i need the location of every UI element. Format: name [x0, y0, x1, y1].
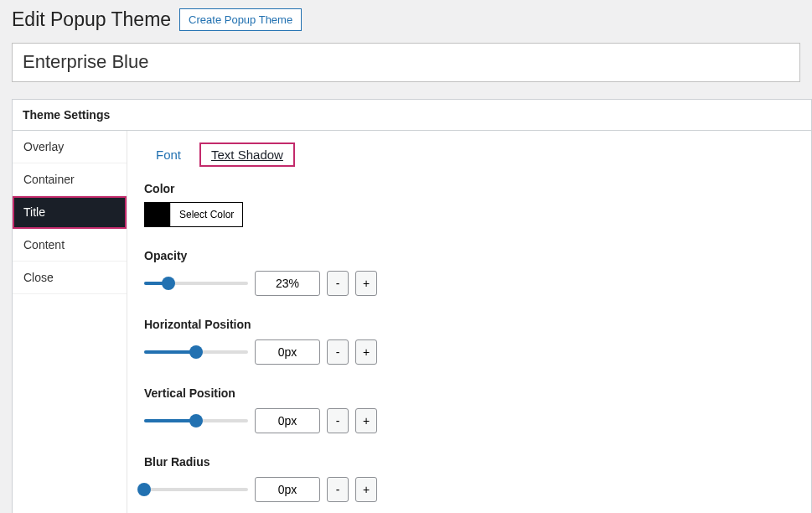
slider-track[interactable]: [144, 276, 248, 291]
color-picker[interactable]: Select Color: [144, 202, 243, 227]
slider-value-input[interactable]: [255, 271, 320, 296]
slider-track[interactable]: [144, 482, 248, 497]
decrement-button[interactable]: -: [327, 271, 349, 296]
tab-font[interactable]: Font: [144, 142, 193, 167]
color-label: Color: [144, 182, 794, 195]
increment-button[interactable]: +: [355, 477, 377, 502]
decrement-button[interactable]: -: [327, 408, 349, 433]
slider-label: Opacity: [144, 249, 794, 262]
panel-heading: Theme Settings: [13, 100, 811, 131]
slider-label: Blur Radius: [144, 455, 794, 469]
slider-label: Horizontal Position: [144, 318, 794, 331]
sidebar-item-content[interactable]: Content: [13, 229, 127, 262]
tab-text-shadow[interactable]: Text Shadow: [199, 142, 295, 167]
slider-value-input[interactable]: [255, 339, 320, 365]
increment-button[interactable]: +: [355, 408, 377, 433]
settings-tabs: FontText Shadow: [144, 142, 794, 167]
slider-track[interactable]: [144, 345, 248, 360]
sidebar-item-title[interactable]: Title: [13, 196, 127, 229]
slider-value-input[interactable]: [255, 408, 320, 433]
decrement-button[interactable]: -: [327, 477, 349, 502]
sidebar-item-container[interactable]: Container: [13, 163, 127, 196]
increment-button[interactable]: +: [355, 271, 377, 296]
select-color-button[interactable]: Select Color: [170, 203, 242, 226]
color-swatch: [145, 203, 170, 226]
create-theme-button[interactable]: Create Popup Theme: [179, 8, 302, 31]
decrement-button[interactable]: -: [327, 339, 349, 365]
settings-sidebar: OverlayContainerTitleContentClose: [13, 131, 127, 513]
page-title: Edit Popup Theme: [12, 8, 171, 31]
sidebar-item-close[interactable]: Close: [13, 262, 127, 294]
increment-button[interactable]: +: [355, 339, 377, 365]
slider-value-input[interactable]: [255, 477, 320, 502]
sidebar-item-overlay[interactable]: Overlay: [13, 131, 127, 163]
theme-name-input[interactable]: [12, 43, 800, 82]
slider-label: Vertical Position: [144, 386, 794, 400]
slider-track[interactable]: [144, 413, 248, 428]
